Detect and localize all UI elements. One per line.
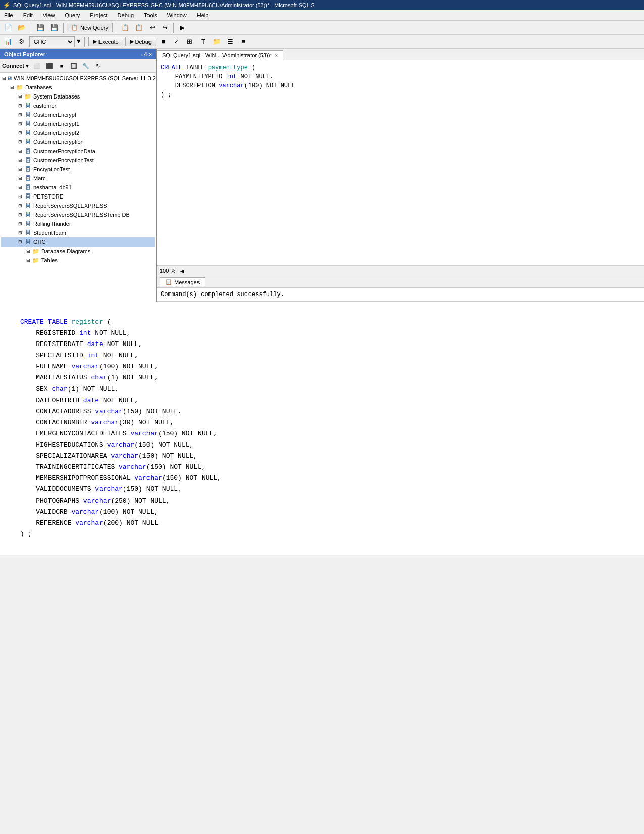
check-btn[interactable]: ✓ — [171, 36, 182, 47]
kw-create: CREATE — [161, 64, 182, 71]
zoom-bar: 100 % ◀ — [157, 265, 644, 276]
enctest-expander: ⊞ — [17, 166, 23, 172]
oe-btn6[interactable]: ↻ — [92, 60, 104, 71]
undo-btn[interactable]: ↩ — [146, 22, 158, 33]
systemdb-expander: ⊞ — [17, 93, 23, 100]
menu-query[interactable]: Query — [63, 11, 82, 19]
tree-system-dbs[interactable]: ⊞ 📁 System Databases — [1, 92, 155, 101]
db-label-cedata: CustomerEncryptionData — [33, 148, 95, 154]
oe-btn4[interactable]: 🔲 — [68, 60, 79, 71]
tree-db-customerencrypt2[interactable]: ⊞ 🗄 CustomerEncrypt2 — [1, 128, 155, 137]
tree-db-ghc[interactable]: ⊟ 🗄 GHC — [1, 237, 155, 247]
databases-icon: 📁 — [16, 83, 24, 91]
connect-label[interactable]: Connect ▾ — [2, 63, 29, 69]
menu-view[interactable]: View — [41, 11, 57, 19]
app-icon: ⚡ — [3, 2, 11, 9]
tables-icon: 📁 — [32, 256, 40, 264]
execute-button[interactable]: ▶ Execute — [88, 37, 123, 46]
code-line-18: VALIDCRB varchar(100) NOT NULL, — [20, 507, 624, 518]
cen-expander: ⊞ — [17, 139, 23, 145]
stop-btn[interactable]: ■ — [158, 36, 169, 47]
run-btn[interactable]: ▶ — [177, 22, 188, 33]
zoom-btn[interactable]: ◀ — [178, 267, 186, 275]
menu-file[interactable]: File — [2, 11, 15, 19]
object-explorer-title: Object Explorer — [4, 51, 45, 57]
query-line-3: DESCRIPTION varchar(100) NOT NULL — [161, 81, 640, 90]
menu-help[interactable]: Help — [195, 11, 211, 19]
new-btn[interactable]: 📄 — [2, 22, 14, 33]
tree-db-customerencrypt[interactable]: ⊞ 🗄 CustomerEncrypt — [1, 110, 155, 119]
save-all-btn[interactable]: 💾 — [48, 22, 60, 33]
text-btn[interactable]: T — [197, 36, 209, 47]
tb2-btn1[interactable]: 📊 — [2, 36, 14, 47]
tree-db-customerencrypt1[interactable]: ⊞ 🗄 CustomerEncrypt1 — [1, 119, 155, 128]
menu-bar: File Edit View Query Project Debug Tools… — [0, 10, 644, 21]
code-line-15: MEMBERSHIPOFPROFESSIONAL varchar(150) NO… — [20, 473, 624, 484]
debug-label: Debug — [135, 39, 152, 45]
db-label-cen: CustomerEncryption — [33, 139, 84, 145]
separator-4 — [173, 23, 174, 33]
new-query-icon: 📋 — [71, 24, 78, 31]
query-area: SQLQuery1.sql - WIN-...\Administrator (5… — [157, 49, 644, 301]
results-tabs: 📋 Messages — [157, 276, 644, 288]
tree-db-marc[interactable]: ⊞ 🗄 Marc — [1, 174, 155, 183]
paste-btn[interactable]: 📋 — [133, 22, 145, 33]
tree-db-customer[interactable]: ⊞ 🗄 customer — [1, 101, 155, 110]
db-icon-ce: 🗄 — [24, 111, 32, 119]
tree-db-rolling[interactable]: ⊞ 🗄 RollingThunder — [1, 219, 155, 228]
tb2-btn2[interactable]: ⚙ — [16, 36, 27, 47]
tree-db-diagrams[interactable]: ⊞ 📁 Database Diagrams — [1, 247, 155, 256]
student-expander: ⊞ — [17, 230, 23, 236]
oe-btn2[interactable]: ⬛ — [44, 60, 55, 71]
results-tab-messages[interactable]: 📋 Messages — [160, 277, 205, 286]
tree-db-student[interactable]: ⊞ 🗄 StudentTeam — [1, 228, 155, 237]
new-query-label: New Query — [80, 25, 108, 31]
debug-button[interactable]: ▶ Debug — [125, 37, 156, 46]
menu-project[interactable]: Project — [88, 11, 109, 19]
tree-db-customerencryption[interactable]: ⊞ 🗄 CustomerEncryption — [1, 137, 155, 146]
tree-db-neshama[interactable]: ⊞ 🗄 neshama_db91 — [1, 183, 155, 192]
tree-db-rs[interactable]: ⊞ 🗄 ReportServer$SQLEXPRESS — [1, 201, 155, 210]
tree-db-cetest[interactable]: ⊞ 🗄 CustomerEncryptionTest — [1, 156, 155, 165]
grid-btn[interactable]: ⊞ — [184, 36, 195, 47]
tree-databases[interactable]: ⊟ 📁 Databases — [1, 83, 155, 92]
code-line-11: EMERGENCYCONTACTDETAILS varchar(150) NOT… — [20, 428, 624, 439]
menu-edit[interactable]: Edit — [21, 11, 35, 19]
file-btn[interactable]: 📁 — [211, 36, 223, 47]
menu-window[interactable]: Window — [165, 11, 189, 19]
cetest-expander: ⊞ — [17, 157, 23, 163]
tab-close-btn[interactable]: × — [275, 53, 278, 58]
code-line-1: CREATE TABLE register ( — [20, 317, 624, 328]
tree-db-enctest[interactable]: ⊞ 🗄 EncryptionTest — [1, 165, 155, 174]
oe-tree: ⊟ 🖥 WIN-M0FMH59U6CU\SQLEXPRESS (SQL Serv… — [0, 73, 156, 302]
save-btn[interactable]: 💾 — [34, 22, 46, 33]
oe-toolbar: Connect ▾ ⬜ ⬛ ■ 🔲 🔧 ↻ — [0, 59, 156, 73]
tree-db-tables[interactable]: ⊟ 📁 Tables — [1, 256, 155, 265]
oe-btn5[interactable]: 🔧 — [80, 60, 91, 71]
tree-server[interactable]: ⊟ 🖥 WIN-M0FMH59U6CU\SQLEXPRESS (SQL Serv… — [1, 74, 155, 83]
redo-btn[interactable]: ↪ — [159, 22, 170, 33]
code-line-7: SEX char(1) NOT NULL, — [20, 384, 624, 395]
db-icon-marc: 🗄 — [24, 174, 32, 182]
misc-btn2[interactable]: ≡ — [238, 36, 249, 47]
menu-debug[interactable]: Debug — [116, 11, 136, 19]
query-editor[interactable]: CREATE TABLE paymenttype ( PAYMENTTYPEID… — [157, 60, 644, 265]
tree-db-petstore[interactable]: ⊞ 🗄 PETSTORE — [1, 192, 155, 201]
tree-db-rstmp[interactable]: ⊞ 🗄 ReportServer$SQLEXPRESSTemp DB — [1, 210, 155, 219]
query-line-4: ) ; — [161, 90, 640, 100]
db-label-petstore: PETSTORE — [33, 193, 63, 200]
open-btn[interactable]: 📂 — [16, 22, 28, 33]
copy-btn[interactable]: 📋 — [119, 22, 131, 33]
query-tab-1[interactable]: SQLQuery1.sql - WIN-...\Administrator (5… — [157, 50, 283, 60]
menu-tools[interactable]: Tools — [142, 11, 159, 19]
misc-btn1[interactable]: ☰ — [225, 36, 236, 47]
code-line-14: TRAININGCERTIFICATES varchar(150) NOT NU… — [20, 462, 624, 473]
code-line-9: CONTACTADDRESS varchar(150) NOT NULL, — [20, 406, 624, 417]
oe-btn1[interactable]: ⬜ — [32, 60, 43, 71]
oe-btn3[interactable]: ■ — [56, 60, 67, 71]
tree-db-cedata[interactable]: ⊞ 🗄 CustomerEncryptionData — [1, 146, 155, 156]
code-line-10: CONTACTNUMBER varchar(30) NOT NULL, — [20, 417, 624, 428]
database-selector[interactable]: GHC — [29, 36, 75, 47]
db-label-ce1: CustomerEncrypt1 — [33, 121, 79, 127]
new-query-button[interactable]: 📋 New Query — [67, 23, 113, 32]
